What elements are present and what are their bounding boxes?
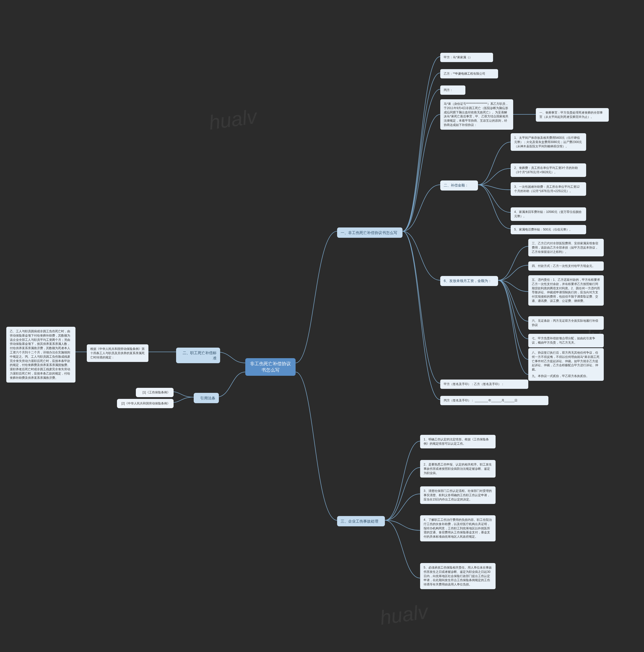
root-node[interactable]: 非工伤死亡补偿协议书怎么写 — [245, 358, 295, 376]
node-c2-2[interactable]: 2、丧葬费：员工所在单位平均工资3个月的补助（3个月*1876元/月=5628元… — [511, 163, 586, 177]
branch-section-2[interactable]: 二、职工死亡补偿标准 — [176, 348, 220, 363]
node-party-c[interactable]: 丙方： — [440, 85, 465, 95]
node-c2-3[interactable]: 3、一次性困难补助费：员工所在单位平均工资12个月的补助（12月*1876元/月… — [511, 182, 586, 196]
node-b3-4[interactable]: 4、了解职工工伤治疗费用的负担内容。职工住院治疗工伤的伙食补助费，以及经医疗机构… — [420, 515, 495, 541]
node-signature-1[interactable]: 甲方（签名及手印）：乙方（签名及手印）： — [440, 380, 528, 389]
node-party-a[interactable]: 甲方：马*果家属（） — [440, 53, 493, 62]
node-c2-4[interactable]: 4、家属来回车费补贴：10580元（壹万零伍佰捌拾元整）。 — [511, 207, 586, 221]
node-c6-6[interactable]: 六、见证条款：丙方见证双方全面实际地履行补偿协议 — [528, 316, 604, 330]
node-b3-3[interactable]: 3、清楚社保部门工伤认定流程。社保部门对受理的事实清楚、权利义务明确的工伤职工伤… — [420, 486, 495, 504]
watermark: hualv — [379, 600, 430, 630]
node-b2-sub[interactable]: 根据《中华人民共和国劳动保险条例》第十四条工人与职员及其供养的直系亲属死亡时待遇… — [87, 344, 149, 362]
root-label: 非工伤死亡补偿协议书怎么写 — [250, 361, 291, 373]
node-clause-6-title[interactable]: 6、发放未领月工资，金额为： — [440, 276, 498, 286]
node-c6-7[interactable]: 七、甲方负责补偿款项合理分配，如由此引发争议，概由甲方负责，与乙方无关。 — [528, 334, 604, 347]
node-cite-1[interactable]: [1]《工伤保险条例》 — [136, 388, 174, 397]
node-c6-4[interactable]: 四、付款方式：乙方一次性支付给甲方现金元。 — [528, 262, 604, 271]
node-party-b[interactable]: 乙方：**申菱电梯工程有限公司 — [440, 69, 498, 78]
watermark: hualv — [208, 105, 258, 134]
node-clause-2-title[interactable]: 二、补偿金额： — [440, 181, 478, 191]
branch-section-3[interactable]: 三、企业工伤事故处理 — [337, 516, 385, 526]
node-cite-2[interactable]: [2]《中华人民共和国劳动保险条例》 — [117, 399, 174, 408]
node-c2-1[interactable]: 1、太平间尸体存放及相关费用5400元（伍仟肆佰元整）；火化及骨灰盒费用3080… — [511, 133, 586, 151]
branch-1-label: 一、非工伤死亡补偿协议书怎么写 — [341, 230, 397, 235]
node-c6-5[interactable]: 五、违约责任：1、乙方迟延付款的，甲方有权要求乙方一次性支付余款，并有权要求乙方… — [528, 275, 604, 306]
mindmap-canvas: hualv hualv hualv — [0, 0, 644, 652]
node-c6-3[interactable]: 三、乙方已代付全部医院费用、安排家属宾馆食宿费用，该款由乙方全部承担（如甲方违反… — [528, 239, 604, 256]
node-b3-2[interactable]: 2、是要熟悉工伤申报、认定的相关程序。职工发生事故伤害或者按照职业病防治法规定被… — [420, 460, 495, 478]
node-b3-5[interactable]: 5、必须承担工伤保险相关责任。用人单位未在事故伤害发生之日或者被诊断、鉴定为职业… — [420, 563, 495, 589]
branch-cite[interactable]: 引用法条 — [194, 393, 219, 403]
node-c6-9[interactable]: 九、本协议一式贰份，甲乙双方各执贰份。 — [528, 372, 604, 381]
node-b3-1[interactable]: 1、明确工伤认定的法定情形。根据《工伤保险条例》的规定情形可以认定工伤。 — [420, 435, 495, 449]
node-b2-detail[interactable]: 乙、工人与职员因病或非因工负伤死亡时，由劳动保险基金项下付给丧葬补助费，其数额为… — [6, 327, 75, 383]
node-signature-2[interactable]: 丙方（签名及手印）： ________年______月______日 — [440, 396, 548, 405]
node-clause-1[interactable]: 一、丧葬事宜：甲方负责处理死者丧葬的全部事宜（从太平间起到死者安葬完毕为止）。 — [536, 108, 609, 121]
branch-section-1[interactable]: 一、非工伤死亡补偿协议书怎么写 — [337, 227, 403, 238]
node-c2-5[interactable]: 5、家属电话费补贴：500元（伍佰元整）。 — [511, 225, 586, 234]
node-c6-8[interactable]: 八、协议签订执行后，双方再无其他任何争议，任何一方不得反悔，不得以任何理由就马*… — [528, 348, 604, 374]
node-preamble[interactable]: 马*果（身份证号******************）系乙方职员，于2011年9… — [440, 99, 513, 130]
